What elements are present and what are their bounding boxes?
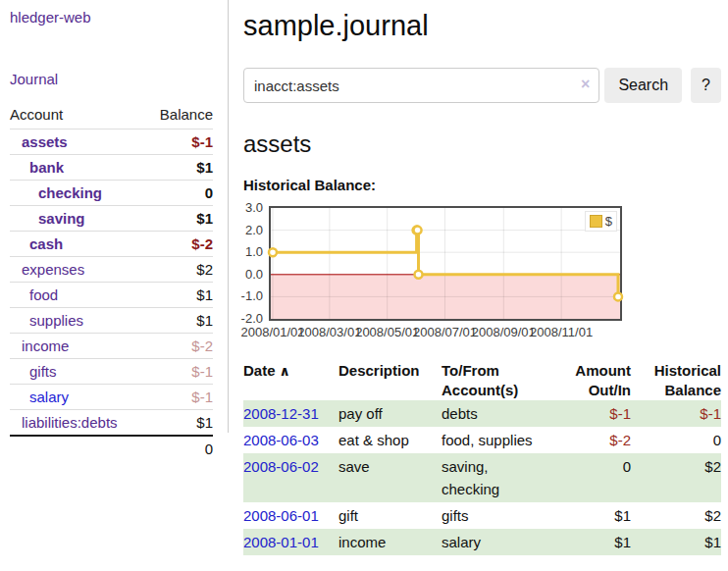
legend-swatch-icon <box>590 215 602 228</box>
page-title: sample.journal <box>243 10 721 42</box>
transaction-balance: $1 <box>631 529 721 555</box>
sidebar-account-row: income$-2 <box>10 334 213 359</box>
y-axis-label: 1.0 <box>235 245 263 259</box>
transaction-amount: 0 <box>572 453 631 502</box>
sidebar-account-balance: $1 <box>145 308 213 334</box>
sidebar-account-balance: $-2 <box>145 334 213 359</box>
sidebar-account-link[interactable]: food <box>29 286 58 303</box>
transaction-balance: $-1 <box>631 400 721 427</box>
sidebar-account-row: food$1 <box>10 283 213 308</box>
sidebar-account-balance: $2 <box>145 257 213 283</box>
sidebar-account-link[interactable]: saving <box>38 210 85 227</box>
y-axis-label: 2.0 <box>235 224 263 237</box>
register-header-balance: HistoricalBalance <box>631 361 721 400</box>
y-axis-label: 0.0 <box>235 268 263 282</box>
sidebar-account-row: bank$1 <box>10 155 213 181</box>
register-row: 2008-06-03eat & shopfood, supplies$-20 <box>243 427 721 453</box>
sidebar-account-link[interactable]: gifts <box>29 363 57 380</box>
transaction-accounts: saving,checking <box>442 453 572 502</box>
plot-area: $ <box>269 206 622 321</box>
transaction-accounts: gifts <box>442 502 572 529</box>
register-body: 2008-12-31pay offdebts$-1$-12008-06-03ea… <box>243 400 721 555</box>
register-header-description: Description <box>338 361 442 400</box>
transaction-accounts: debts <box>442 400 572 427</box>
sidebar-account-link[interactable]: bank <box>29 159 64 176</box>
sidebar-account-row: gifts$-1 <box>10 359 213 385</box>
sidebar-accounts-table: Account Balance assets$-1bank$1checking0… <box>10 104 213 461</box>
sidebar-account-row: checking0 <box>10 181 213 206</box>
sidebar-account-link[interactable]: salary <box>29 389 69 405</box>
transaction-date-link[interactable]: 2008-06-02 <box>243 458 319 475</box>
transaction-amount: $-2 <box>572 427 631 453</box>
sidebar-account-link[interactable]: supplies <box>29 312 83 329</box>
transaction-date-link[interactable]: 2008-06-03 <box>243 432 319 448</box>
register-header-accounts: To/FromAccount(s) <box>442 361 572 400</box>
x-axis-label: 2008/05/01 <box>355 325 419 339</box>
sidebar-account-link[interactable]: expenses <box>22 261 84 278</box>
sidebar-divider <box>228 0 229 433</box>
y-axis-label: 3.0 <box>235 201 263 215</box>
transaction-date-link[interactable]: 2008-01-01 <box>243 534 319 550</box>
sidebar-account-balance: 0 <box>145 181 213 206</box>
transaction-description: gift <box>338 502 442 529</box>
clear-search-icon[interactable]: × <box>581 76 590 93</box>
balance-chart: $ 3.02.01.00.0-1.0-2.02008/01/012008/03/… <box>235 206 628 343</box>
register-row: 2008-01-01incomesalary$1$1 <box>243 529 721 555</box>
sidebar-account-link[interactable]: income <box>22 337 69 354</box>
sidebar-account-row: saving$1 <box>10 206 213 232</box>
sidebar-account-link[interactable]: liabilities:debts <box>22 414 118 431</box>
sidebar-account-balance: $1 <box>145 283 213 308</box>
transaction-description: income <box>338 529 442 555</box>
transaction-amount: $1 <box>572 502 631 529</box>
sidebar-account-row: salary$-1 <box>10 385 213 410</box>
search-button[interactable]: Search <box>604 68 682 103</box>
x-axis-label: 2008/03/01 <box>297 325 361 339</box>
main-content: sample.journal × Search ? assets Histori… <box>243 0 721 555</box>
search-input[interactable] <box>243 68 599 103</box>
sidebar-total-row: 0 <box>10 436 213 461</box>
transaction-amount: $1 <box>572 529 631 555</box>
sidebar-account-link[interactable]: cash <box>29 235 63 252</box>
transaction-accounts: food, supplies <box>442 427 572 453</box>
transaction-balance: $2 <box>631 502 721 529</box>
sidebar-account-balance: $-1 <box>145 130 213 155</box>
x-axis-label: 2008/07/01 <box>413 325 477 339</box>
x-axis-label: 2008/09/01 <box>472 325 536 339</box>
transaction-amount: $-1 <box>572 400 631 427</box>
sidebar-account-row: liabilities:debts$1 <box>10 410 213 437</box>
sort-ascending-icon: ∧ <box>280 363 290 379</box>
transaction-date-link[interactable]: 2008-06-01 <box>243 507 319 524</box>
sidebar-account-row: assets$-1 <box>10 130 213 155</box>
register-header-amount: AmountOut/In <box>572 361 631 400</box>
register-row: 2008-06-01giftgifts$1$2 <box>243 502 721 529</box>
sidebar-accounts-body: assets$-1bank$1checking0saving$1cash$-2e… <box>10 130 213 437</box>
sidebar-account-balance: $-2 <box>145 232 213 257</box>
nav-journal-link[interactable]: Journal <box>10 71 58 87</box>
x-axis-label: 2008/11/01 <box>530 325 593 339</box>
register-row: 2008-06-02savesaving,checking0$2 <box>243 453 721 502</box>
chart-title-label: Historical Balance: <box>243 177 721 193</box>
sidebar-account-link[interactable]: checking <box>38 184 102 201</box>
transaction-accounts: salary <box>442 529 572 555</box>
brand-link[interactable]: hledger-web <box>10 9 91 26</box>
legend-label: $ <box>605 214 612 229</box>
register-table: Date∧DescriptionTo/FromAccount(s)AmountO… <box>243 361 721 555</box>
transaction-description: save <box>338 453 442 502</box>
register-header-date[interactable]: Date∧ <box>243 361 338 400</box>
sidebar-account-row: expenses$2 <box>10 257 213 283</box>
sidebar-account-balance: $1 <box>145 155 213 181</box>
transaction-balance: 0 <box>631 427 721 453</box>
register-header-row: Date∧DescriptionTo/FromAccount(s)AmountO… <box>243 361 721 400</box>
transaction-balance: $2 <box>631 453 721 502</box>
sidebar-total-value: 0 <box>145 436 213 461</box>
help-button[interactable]: ? <box>691 68 721 103</box>
sidebar-account-balance: $-1 <box>145 385 213 410</box>
balance-column-header: Balance <box>145 104 213 130</box>
transaction-date-link[interactable]: 2008-12-31 <box>243 405 319 422</box>
y-axis-label: -1.0 <box>235 289 263 303</box>
x-axis-label: 2008/01/01 <box>240 325 304 339</box>
search-form: × Search ? <box>243 68 721 103</box>
sidebar-account-balance: $-1 <box>145 359 213 385</box>
sidebar-account-link[interactable]: assets <box>22 133 68 150</box>
register-row: 2008-12-31pay offdebts$-1$-1 <box>243 400 721 427</box>
